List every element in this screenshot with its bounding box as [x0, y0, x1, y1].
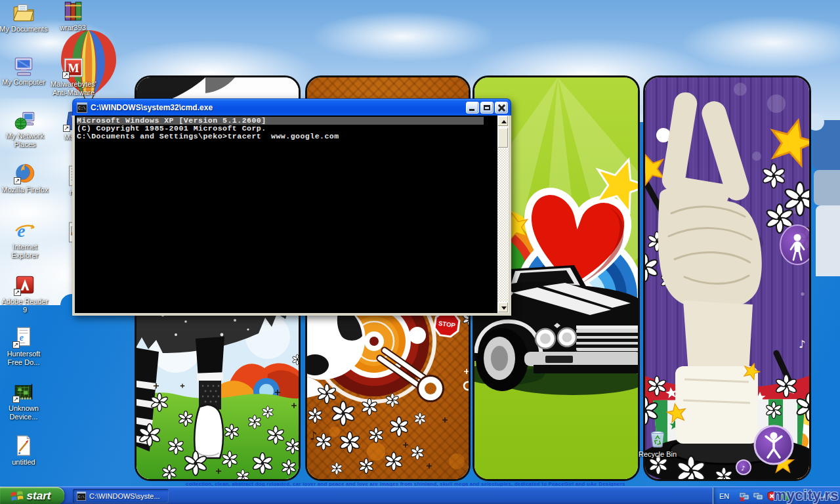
shortcut-arrow-icon: ↗ [12, 396, 20, 403]
desktop-icon-untitled[interactable]: untitled [0, 434, 49, 467]
desktop-icon-my-computer[interactable]: My Computer [0, 54, 49, 87]
shortcut-arrow-icon: ↗ [12, 341, 20, 348]
scroll-down-button[interactable] [497, 302, 509, 313]
internet-explorer-icon: e [14, 219, 36, 242]
wallpaper-puzzle-piece [816, 205, 840, 276]
desktop-icon-wrar393[interactable]: wrar393 [48, 0, 98, 32]
shortcut-arrow-icon: ↗ [14, 177, 21, 184]
wallpaper-caption: collection, clean, abstract dog reloaded… [186, 481, 747, 486]
desktop-icon-my-network-places[interactable]: My Network Places [0, 108, 50, 149]
network-icon[interactable] [753, 491, 763, 501]
svg-text:♪: ♪ [741, 465, 745, 472]
shortcut-arrow-icon: ↗ [14, 289, 21, 296]
console-line: C:\Documents and Settings\peko>tracert w… [77, 133, 495, 140]
arrow-down-icon [501, 306, 507, 310]
minimize-button[interactable] [466, 102, 479, 114]
arrow-up-icon [501, 120, 507, 123]
start-label: start [27, 490, 55, 503]
desktop-icon-mozilla-firefox[interactable]: ↗ Mozilla Firefox [0, 162, 50, 194]
cmd-icon: C:\ [77, 492, 86, 501]
desktop-icon-huntersoft[interactable]: e ↗ Huntersoft Free Do... [0, 326, 49, 367]
language-indicator[interactable]: EN [719, 492, 729, 500]
cmd-vscrollbar[interactable] [497, 116, 509, 313]
svg-text:C:\: C:\ [78, 495, 85, 499]
console-text[interactable]: Microsoft Windows XP [Version 5.1.2600] … [77, 117, 495, 313]
scroll-up-button[interactable] [497, 116, 509, 127]
desktop-icon-malwarebytes[interactable]: M ↗ Malwarebytes' Anti-Malware [49, 56, 98, 97]
maximize-button[interactable] [480, 102, 494, 114]
wallpaper-panel-peace: ♪ [643, 75, 811, 481]
svg-text:C:\: C:\ [78, 106, 86, 111]
watermark: mycity.rs [774, 487, 839, 504]
cmd-titlebar[interactable]: C:\ C:\WINDOWS\system32\cmd.exe [72, 98, 511, 116]
winrar-icon [62, 0, 84, 22]
start-button[interactable]: start [0, 487, 64, 504]
maximize-icon [484, 105, 490, 110]
close-icon [497, 104, 505, 112]
close-button[interactable] [495, 102, 508, 114]
taskbar-button-label: C:\WINDOWS\syste... [89, 492, 160, 500]
wallpaper-puzzle-piece [814, 170, 840, 205]
svg-text:e: e [20, 333, 24, 343]
windows-flag-icon [10, 489, 24, 503]
desktop-icon-recycle-bin[interactable]: Recycle Bin [633, 427, 682, 459]
taskbar: start C:\ C:\WINDOWS\syste... EN [0, 486, 840, 504]
svg-text:♪: ♪ [799, 338, 805, 350]
network-offline-icon[interactable] [739, 491, 749, 501]
paint-file-icon [12, 434, 35, 457]
minimize-icon [469, 109, 474, 111]
wallpaper-puzzle-piece [812, 120, 840, 170]
my-computer-icon [12, 54, 35, 77]
recycle-bin-icon [646, 427, 669, 449]
taskbar-button-cmd[interactable]: C:\ C:\WINDOWS\syste... [73, 489, 169, 503]
cmd-icon: C:\ [77, 102, 87, 113]
cmd-window-title: C:\WINDOWS\system32\cmd.exe [91, 103, 466, 112]
desktop-icon-unknown-device[interactable]: ↗ Unknown Device... [0, 381, 49, 421]
desktop-icon-internet-explorer[interactable]: e Internet Explorer [0, 219, 50, 260]
svg-text:M: M [68, 62, 79, 75]
cmd-window[interactable]: C:\ C:\WINDOWS\system32\cmd.exe Microsof… [72, 98, 511, 316]
cmd-console[interactable]: Microsoft Windows XP [Version 5.1.2600] … [72, 116, 511, 316]
desktop-icon-my-documents[interactable]: My Documents [0, 1, 49, 33]
scrollbar-thumb[interactable] [497, 127, 509, 148]
my-documents-icon [12, 1, 35, 24]
shortcut-arrow-icon: ↗ [62, 72, 70, 79]
svg-text:♪: ♪ [310, 429, 317, 442]
shortcut-arrow-icon: ↗ [63, 125, 70, 132]
desktop-icon-adobe-reader[interactable]: ↗ Adobe Reader 9 [0, 274, 50, 314]
my-network-places-icon [14, 108, 36, 131]
svg-text:e: e [17, 220, 25, 241]
desktop[interactable]: STOP ♪ [0, 0, 840, 486]
